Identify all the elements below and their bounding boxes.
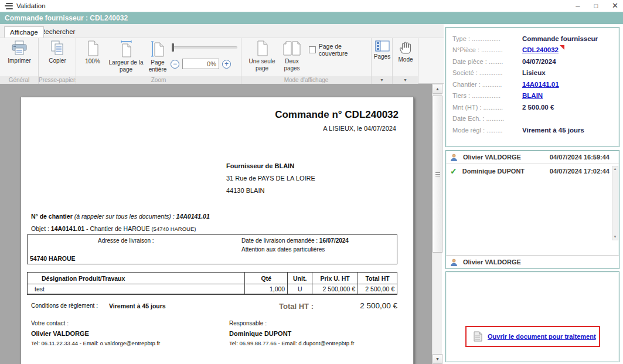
full-page-label: Page entière bbox=[145, 59, 171, 73]
cover-page-checkbox[interactable] bbox=[309, 46, 316, 53]
group-label-mode-affichage: Mode d'affichage bbox=[241, 76, 371, 84]
user-icon bbox=[450, 154, 458, 161]
doc-supplier-street: 31 Rue de PAYS DE LA LOIRE bbox=[226, 172, 315, 185]
two-pages-button[interactable]: Deux pages bbox=[279, 40, 305, 72]
single-page-button[interactable]: Une seule page bbox=[247, 40, 277, 72]
copy-icon bbox=[50, 40, 65, 56]
scrollbar-grip bbox=[435, 172, 440, 176]
history-scrollbar[interactable]: ▲ ▼ bbox=[612, 166, 618, 240]
group-label-general: Général bbox=[0, 76, 38, 84]
doc-objet-line: Objet : 14A0141.01 - Chantier de HAROUE … bbox=[31, 225, 196, 232]
doc-total-label: Total HT : bbox=[279, 302, 314, 311]
group-general: Imprimer Général bbox=[0, 38, 39, 84]
copy-label: Copier bbox=[49, 57, 66, 64]
user-icon bbox=[450, 258, 458, 266]
zoom-in-button[interactable]: + bbox=[222, 60, 231, 69]
doc-total-value: 2 500,00 € bbox=[360, 301, 397, 310]
doc-supplier-block: Fournisseur de BLAIN 31 Rue de PAYS DE L… bbox=[226, 160, 315, 197]
zoom-out-button[interactable]: − bbox=[171, 60, 179, 69]
table-row: test 1,000 U 2 500,000 € 2 500,00 € bbox=[28, 284, 397, 294]
col-total: Total HT bbox=[358, 273, 397, 284]
print-button[interactable]: Imprimer bbox=[5, 40, 34, 64]
print-label: Imprimer bbox=[8, 57, 30, 64]
tab-affichage[interactable]: Affichage bbox=[4, 26, 44, 38]
pages-button[interactable]: Pages bbox=[373, 40, 391, 60]
col-qte: Qté bbox=[245, 273, 288, 284]
banner-title: Commande fournisseur : CDL240032 bbox=[5, 14, 128, 22]
scrollbar-thumb[interactable] bbox=[433, 96, 442, 253]
mode-dropdown[interactable]: ▼ bbox=[393, 76, 418, 84]
detail-row-date-piece: Date pièce : ........ 04/07/2024 bbox=[452, 56, 619, 67]
check-icon: ✓ bbox=[450, 168, 457, 175]
group-zoom: 100% Largeur de la page Page entière bbox=[76, 38, 241, 84]
window-title: Validation bbox=[16, 2, 46, 9]
history-list: Olivier VALDORGE 04/07/2024 16:59:44 ✓ D… bbox=[446, 151, 619, 255]
viewer-scrollbar[interactable]: ▲ ▼ bbox=[432, 84, 442, 364]
scroll-up-button[interactable]: ▲ bbox=[433, 84, 442, 94]
doc-delivery-address-label: Adresse de livraison : bbox=[98, 237, 154, 244]
history-entry[interactable]: ✓ Dominique DUPONT 04/07/2024 17:02:44 bbox=[446, 164, 619, 178]
close-button[interactable]: ✕ bbox=[612, 0, 618, 12]
document-icon bbox=[474, 331, 482, 342]
zoom-100-label: 100% bbox=[85, 58, 100, 65]
scroll-down-button[interactable]: ▼ bbox=[433, 354, 442, 364]
copy-button[interactable]: Copier bbox=[45, 40, 70, 64]
minimize-button[interactable]: – bbox=[576, 0, 580, 12]
history-footer: Olivier VALDORGE bbox=[446, 255, 619, 268]
red-flag-icon bbox=[560, 45, 564, 50]
doc-delivery-warning: Attention aux dates particulières bbox=[241, 246, 325, 253]
cover-page-checkbox-row[interactable]: Page de couverture bbox=[309, 43, 371, 57]
group-mode-affichage: Une seule page Deux pages Page de couver… bbox=[241, 38, 372, 84]
doc-payment-value: Virement à 45 jours bbox=[109, 302, 166, 309]
page-width-label: Largeur de la page bbox=[108, 59, 144, 73]
zoom-slider-thumb[interactable] bbox=[172, 43, 174, 52]
doc-payment-line: Conditions de règlement : Virement à 45 … bbox=[31, 302, 397, 309]
doc-responsable-block: Responsable : Dominique DUPONT Tel: 06.9… bbox=[229, 321, 355, 346]
doc-items-table: Désignation Produit/Travaux Qté Unit. Pr… bbox=[27, 272, 397, 295]
mode-label: Mode bbox=[398, 56, 413, 63]
document-page: Commande n° CDL240032 A LISIEUX, le 04/0… bbox=[21, 97, 414, 364]
zoom-value-input[interactable] bbox=[182, 59, 219, 69]
detail-row-type: Type : ................ Commande fournis… bbox=[452, 33, 619, 45]
zoom-slider[interactable] bbox=[172, 46, 237, 49]
history-footer-name: Olivier VALDORGE bbox=[463, 258, 521, 266]
document-banner: Commande fournisseur : CDL240032 bbox=[0, 12, 623, 24]
col-prix: Prix U. HT bbox=[312, 273, 358, 284]
doc-title: Commande n° CDL240032 bbox=[275, 109, 399, 121]
maximize-button[interactable]: □ bbox=[594, 0, 598, 12]
history-scroll-up[interactable]: ▲ bbox=[612, 166, 618, 172]
pages-dropdown[interactable]: ▼ bbox=[372, 76, 392, 84]
page-icon bbox=[87, 40, 99, 56]
col-unit: Unit. bbox=[288, 273, 312, 284]
details-panel: Type : ................ Commande fournis… bbox=[445, 27, 619, 147]
history-entry[interactable]: Olivier VALDORGE 04/07/2024 16:59:44 bbox=[446, 151, 619, 164]
printer-icon bbox=[11, 40, 28, 56]
ribbon-tabs: Affichage Rechercher bbox=[0, 24, 444, 38]
history-scroll-down[interactable]: ▼ bbox=[612, 234, 618, 240]
full-page-button[interactable]: Page entière bbox=[145, 40, 171, 73]
detail-row-chantier: Chantier : ........... 14A0141.01 bbox=[452, 79, 619, 90]
detail-row-mode-regl: Mode règl : ......... Virement à 45 jour… bbox=[452, 124, 619, 136]
full-page-icon bbox=[151, 40, 165, 57]
open-document-action[interactable]: Ouvrir le document pour traitement bbox=[465, 326, 600, 347]
doc-supplier-city: 44130 BLAIN bbox=[226, 185, 315, 197]
single-page-icon bbox=[256, 40, 268, 56]
open-document-link[interactable]: Ouvrir le document pour traitement bbox=[488, 333, 596, 340]
zoom-100-button[interactable]: 100% bbox=[80, 40, 105, 65]
ribbon: Imprimer Général Copier Presse-papiers 1… bbox=[0, 38, 444, 84]
group-pages: Pages ▼ bbox=[372, 38, 393, 84]
cover-page-label: Page de couverture bbox=[319, 43, 371, 57]
doc-delivery-city: 54740 HAROUE bbox=[30, 255, 76, 262]
tiers-link[interactable]: BLAIN bbox=[522, 92, 543, 99]
document-viewer: Commande n° CDL240032 A LISIEUX, le 04/0… bbox=[0, 84, 442, 364]
page-width-button[interactable]: Largeur de la page bbox=[108, 40, 144, 73]
detail-row-societe: Societé : ............. Lisieux bbox=[452, 67, 619, 79]
doc-payment-label: Conditions de règlement : bbox=[31, 302, 98, 309]
group-mode: Mode ▼ bbox=[393, 38, 418, 84]
piece-link[interactable]: CDL240032 bbox=[522, 46, 559, 53]
chantier-link[interactable]: 14A0141.01 bbox=[522, 81, 559, 88]
table-header-row: Désignation Produit/Travaux Qté Unit. Pr… bbox=[28, 273, 397, 284]
page-width-icon bbox=[120, 40, 132, 57]
mode-button[interactable]: Mode bbox=[397, 40, 414, 63]
doc-delivery-date: Date de livraison demandée : 16/07/2024 bbox=[241, 237, 349, 244]
